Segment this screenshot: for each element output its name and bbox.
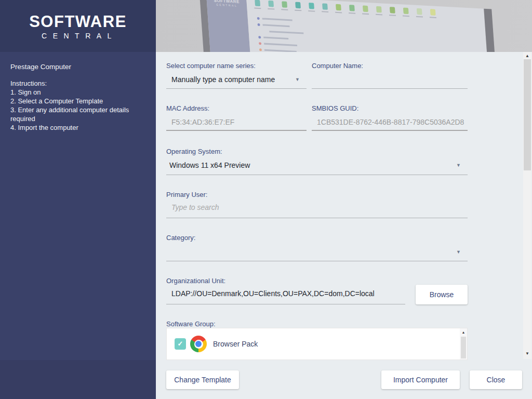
browse-button[interactable]: Browse [416,285,468,304]
software-group-label: Software Group: [166,320,216,328]
smbios-guid-underline [312,130,468,131]
name-series-label: Select computer name series: [166,62,256,70]
instruction-line: 4. Import the computer [10,123,147,132]
software-group-list[interactable]: ✓ Browser Pack ▲ [166,328,468,360]
operating-system-select[interactable]: Windows 11 x64 Preview [169,161,250,169]
tablet-frame-right [484,9,503,52]
tablet-toolbar-icon [294,2,301,11]
logo-header: SOFTWARE CENTRAL [0,0,156,52]
logo-line2: CENTRAL [0,32,156,40]
primary-user-input[interactable] [171,203,462,211]
tablet-toolbar-icon [254,0,261,9]
computer-name-label: Computer Name: [312,62,363,70]
computer-name-input[interactable] [312,75,468,83]
tablet-toolbar-icon [389,7,396,16]
import-computer-button[interactable]: Import Computer [381,370,460,389]
close-button[interactable]: Close [470,370,522,389]
category-label: Category: [166,234,195,242]
instructions-list: Instructions:1. Sign on2. Select a Compu… [10,79,147,132]
tablet-toolbar-icon [416,8,423,18]
chevron-down-icon[interactable]: ▼ [456,163,461,168]
tablet-toolbar-icon [375,6,382,16]
tablet-toolbar-icon [402,7,409,17]
sidebar-footer [0,360,156,399]
operating-system-label: Operating System: [166,148,222,155]
tablet-toolbar-icon [308,3,315,12]
scroll-up-icon[interactable]: ▲ [523,54,531,58]
chevron-down-icon[interactable]: ▼ [456,249,461,255]
chevron-down-icon[interactable]: ▼ [295,77,300,82]
name-series-select[interactable]: Manually type a computer name [171,75,275,84]
softwarecentral-logo: SOFTWARE CENTRAL [0,14,156,40]
instruction-line: 2. Select a Computer Template [10,97,147,105]
scroll-down-icon[interactable]: ▼ [523,351,531,356]
list-scrollbar[interactable]: ▲ [460,328,467,360]
tablet-toolbar-icon [362,5,369,15]
organizational-unit-input[interactable] [171,289,403,298]
tablet-toolbar-icon [335,4,342,14]
scroll-up-icon[interactable]: ▲ [460,328,467,334]
mac-address-underline [166,130,307,131]
category-underline [166,261,468,261]
hero-banner-image: SOFTWARE CENTRAL [156,0,532,52]
tablet-logo: SOFTWARE CENTRAL [206,0,247,8]
computer-name-underline [312,88,468,89]
name-series-underline [166,88,307,89]
operating-system-underline [166,175,468,175]
tablet-photo: SOFTWARE CENTRAL [200,0,509,52]
logo-line1: SOFTWARE [0,14,156,30]
tablet-toolbar-icon [267,1,274,10]
list-scrollbar-thumb[interactable] [461,337,466,358]
page-scrollbar[interactable]: ▲ ▼ [523,52,531,359]
software-group-item-name: Browser Pack [213,340,258,348]
mac-address-label: MAC Address: [166,104,209,112]
smbios-guid-label: SMBIOS GUID: [312,104,358,112]
instruction-line: 1. Sign on [10,88,147,97]
page-title: Prestage Computer [10,63,147,71]
organizational-unit-underline [166,304,405,304]
checkbox-checked-icon[interactable]: ✓ [175,338,186,350]
main-content: Select computer name series: Manually ty… [156,52,532,399]
mac-address-value: F5:34:AD:36:E7:EF [171,118,234,126]
chrome-icon [190,336,207,352]
smbios-guid-value: 1CB531DE-8762-446B-8817-798C5036A2D8 [317,118,464,126]
sidebar: SOFTWARE CENTRAL Prestage Computer Instr… [0,0,156,399]
tablet-toolbar-icon [281,1,288,10]
tablet-toolbar-icon [429,9,436,18]
primary-user-label: Primary User: [166,191,207,198]
tablet-toolbar-icon [348,5,355,14]
change-template-button[interactable]: Change Template [166,370,239,389]
primary-user-underline [166,218,468,218]
organizational-unit-label: Organizational Unit: [166,277,225,285]
instruction-line: 3. Enter any additional computer details… [10,105,147,123]
tablet-toolbar-icon [321,3,328,12]
sidebar-body: Prestage Computer Instructions:1. Sign o… [0,52,156,360]
page-scrollbar-thumb[interactable] [524,59,531,170]
instruction-line: Instructions: [10,79,147,88]
list-item[interactable]: ✓ Browser Pack [167,328,467,360]
tablet-screen [246,0,496,52]
